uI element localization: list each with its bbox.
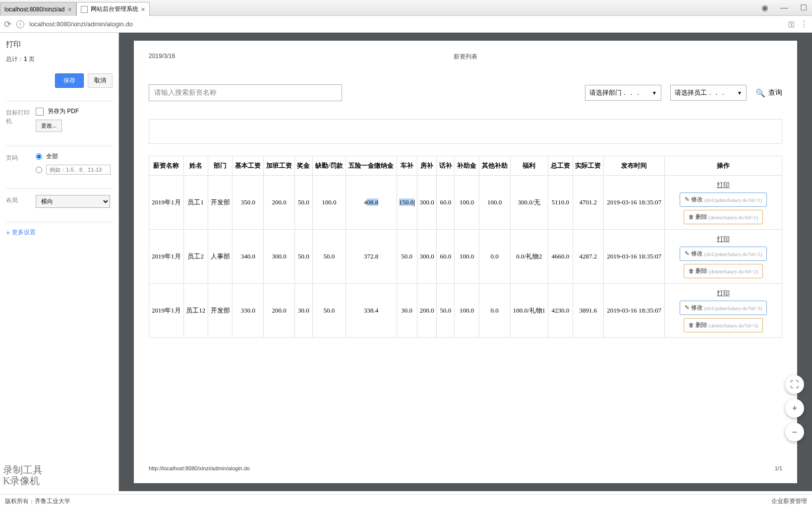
search-icon: 🔍 bbox=[755, 88, 765, 98]
delete-button[interactable]: 删除 (deleteSalary.do?id=1) bbox=[684, 210, 763, 224]
table-header: 基本工资 bbox=[232, 156, 264, 176]
table-cell: 330.0 bbox=[232, 284, 264, 338]
pdf-icon bbox=[36, 108, 44, 116]
table-cell: 300.0/无 bbox=[510, 176, 548, 230]
footer-url: http://localhost:8080/xinzi/admin/alogin… bbox=[149, 465, 250, 471]
destination-row: 目标打印机 另存为 PDF 更改... bbox=[6, 107, 113, 132]
pages-range-radio[interactable] bbox=[36, 165, 113, 175]
department-select[interactable]: 请选择部门．．． ▼ bbox=[585, 85, 661, 101]
chevron-down-icon: ▼ bbox=[652, 90, 657, 96]
user-icon[interactable]: ◉ bbox=[761, 3, 768, 12]
table-cell: 100.0 bbox=[455, 284, 479, 338]
document-icon bbox=[81, 6, 88, 13]
pages-range-input[interactable] bbox=[36, 167, 42, 173]
table-row: 2019年1月员工1开发部350.0200.050.0100.0408.8150… bbox=[149, 176, 782, 230]
browser-chrome: localhost:8080/xinzi/ad × 网站后台管理系统 × ◉ —… bbox=[0, 0, 812, 33]
preview-page: 2019/3/16 薪资列表 请输入搜索薪资名称 请选择部门．．． ▼ 请选择员… bbox=[134, 41, 797, 483]
table-cell: 员工1 bbox=[183, 176, 208, 230]
table-row: 2019年1月员工12开发部330.0200.030.050.0338.430.… bbox=[149, 284, 782, 338]
layout-row: 布局 横向 bbox=[6, 195, 113, 208]
info-icon[interactable]: i bbox=[16, 20, 24, 28]
empty-panel bbox=[149, 119, 782, 144]
table-cell: 30.0 bbox=[397, 284, 417, 338]
key-icon[interactable]: ⚿ bbox=[788, 20, 795, 28]
reload-icon[interactable]: ⟳ bbox=[4, 19, 11, 30]
table-cell: 408.8 bbox=[346, 176, 397, 230]
pages-range-field[interactable] bbox=[46, 165, 111, 175]
action-cell: 打印修改 (doUpdateSalary.do?id=3)删除 (deleteS… bbox=[665, 284, 782, 338]
table-header: 话补 bbox=[437, 156, 455, 176]
action-cell: 打印修改 (doUpdateSalary.do?id=1)删除 (deleteS… bbox=[665, 176, 782, 230]
table-cell: 100.0 bbox=[455, 230, 479, 284]
print-link[interactable]: 打印 bbox=[717, 181, 730, 190]
close-icon[interactable]: × bbox=[67, 5, 71, 13]
action-cell: 打印修改 (doUpdateSalary.do?id=2)删除 (deleteS… bbox=[665, 230, 782, 284]
employee-select[interactable]: 请选择员工．．． ▼ bbox=[670, 85, 747, 101]
layout-label: 布局 bbox=[6, 195, 31, 205]
change-destination-button[interactable]: 更改... bbox=[36, 120, 62, 132]
print-title: 打印 bbox=[6, 40, 113, 49]
table-cell: 60.0 bbox=[437, 176, 455, 230]
table-header: 福利 bbox=[510, 156, 548, 176]
table-header: 实际工资 bbox=[573, 156, 604, 176]
table-cell: 2019年1月 bbox=[149, 230, 184, 284]
table-cell: 2019-03-16 18:35:07 bbox=[604, 176, 665, 230]
fullscreen-icon[interactable]: ⛶ bbox=[785, 375, 804, 394]
table-header: 加班工资 bbox=[264, 156, 295, 176]
browser-tab-1[interactable]: localhost:8080/xinzi/ad × bbox=[0, 2, 76, 16]
close-icon[interactable]: × bbox=[141, 5, 145, 13]
pages-all-radio[interactable]: 全部 bbox=[36, 152, 113, 161]
table-header: 操作 bbox=[665, 156, 782, 176]
table-cell: 338.4 bbox=[346, 284, 397, 338]
edit-button[interactable]: 修改 (doUpdateSalary.do?id=2) bbox=[680, 247, 767, 261]
table-header: 补助金 bbox=[455, 156, 479, 176]
table-cell: 150.0 bbox=[397, 176, 417, 230]
zoom-controls: ⛶ + − bbox=[785, 375, 804, 442]
table-cell: 200.0 bbox=[264, 284, 295, 338]
search-input[interactable]: 请输入搜索薪资名称 bbox=[149, 84, 342, 101]
save-button[interactable]: 保存 bbox=[55, 73, 84, 88]
menu-icon[interactable]: ⋮ bbox=[800, 19, 808, 29]
table-cell: 2019-03-16 18:35:07 bbox=[604, 230, 665, 284]
zoom-out-icon[interactable]: − bbox=[785, 423, 804, 442]
table-header: 发布时间 bbox=[604, 156, 665, 176]
table-cell: 100.0 bbox=[313, 176, 346, 230]
browser-tab-2[interactable]: 网站后台管理系统 × bbox=[76, 2, 150, 16]
tab-label: localhost:8080/xinzi/ad bbox=[4, 6, 64, 13]
table-cell: 0.0 bbox=[479, 230, 510, 284]
table-cell: 372.8 bbox=[346, 230, 397, 284]
table-cell: 50.0 bbox=[313, 284, 346, 338]
maximize-icon[interactable]: ☐ bbox=[800, 3, 807, 12]
edit-button[interactable]: 修改 (doUpdateSalary.do?id=3) bbox=[680, 301, 767, 315]
layout-select[interactable]: 横向 bbox=[36, 195, 110, 208]
print-buttons: 保存 取消 bbox=[6, 73, 113, 88]
zoom-in-icon[interactable]: + bbox=[785, 399, 804, 418]
print-link[interactable]: 打印 bbox=[717, 289, 730, 298]
pages-row: 页码 全部 bbox=[6, 152, 113, 175]
table-cell: 50.0 bbox=[294, 176, 312, 230]
table-cell: 100.0 bbox=[455, 176, 479, 230]
print-link[interactable]: 打印 bbox=[717, 235, 730, 244]
delete-button[interactable]: 删除 (deleteSalary.do?id=2) bbox=[684, 264, 763, 278]
pages-all-input[interactable] bbox=[36, 153, 42, 160]
window-controls: ◉ — ☐ bbox=[761, 0, 812, 15]
table-cell: 300.0 bbox=[264, 230, 295, 284]
table-cell: 0.0 bbox=[479, 284, 510, 338]
edit-button[interactable]: 修改 (doUpdateSalary.do?id=1) bbox=[680, 192, 767, 207]
minimize-icon[interactable]: — bbox=[780, 3, 788, 12]
cancel-button[interactable]: 取消 bbox=[88, 73, 113, 88]
page-footer: http://localhost:8080/xinzi/admin/alogin… bbox=[149, 450, 782, 471]
table-cell: 60.0 bbox=[437, 230, 455, 284]
table-cell: 50.0 bbox=[313, 230, 346, 284]
query-button[interactable]: 🔍 查询 bbox=[755, 88, 782, 98]
table-header: 车补 bbox=[397, 156, 417, 176]
table-header: 总工资 bbox=[548, 156, 573, 176]
table-cell: 4287.2 bbox=[573, 230, 604, 284]
pages-label: 页码 bbox=[6, 152, 31, 162]
delete-button[interactable]: 删除 (deleteSalary.do?id=3) bbox=[684, 318, 763, 332]
table-cell: 300.0 bbox=[417, 176, 436, 230]
url-field[interactable]: localhost:8080/xinzi/admin/alogin.do bbox=[29, 20, 783, 28]
table-cell: 2019年1月 bbox=[149, 176, 184, 230]
table-cell: 开发部 bbox=[208, 284, 232, 338]
more-settings-link[interactable]: 更多设置 bbox=[6, 228, 113, 237]
